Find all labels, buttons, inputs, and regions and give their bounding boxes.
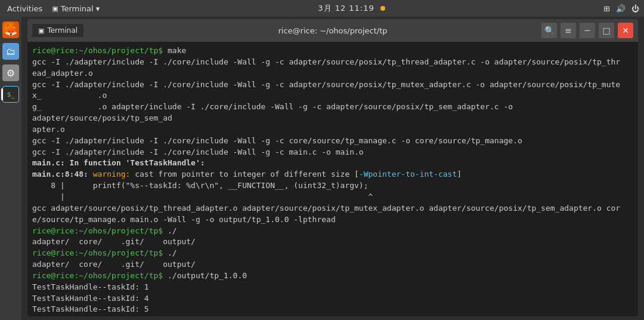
minimize-button[interactable]: ─ (580, 23, 595, 38)
system-bar-left: Activities ▣ Terminal ▾ (5, 3, 100, 14)
terminal-line: TestTaskHandle--taskId: 5 (32, 304, 633, 315)
tab-label: Terminal (47, 26, 78, 35)
sidebar-icon-settings[interactable]: ⚙ (2, 64, 19, 81)
terminal-line: ead_adapter.o (32, 68, 633, 79)
system-bar: Activities ▣ Terminal ▾ 3月 12 11:19 ⊞ 🔊 … (0, 0, 644, 17)
terminal-menu-label: Terminal (61, 4, 94, 13)
terminal-line: adapter/ core/ .git/ output/ (32, 259, 633, 270)
sidebar-icon-terminal[interactable]: $_ (2, 86, 19, 103)
menu-button[interactable]: ≡ (561, 23, 576, 38)
volume-icon: 🔊 (616, 4, 626, 13)
terminal-line: gcc -I ./adapter/include -I ./core/inclu… (32, 57, 633, 68)
terminal-line: rice@rice:~/ohos/project/tp$ ./output/tp… (32, 270, 633, 282)
terminal-output: rice@rice:~/ohos/project/tp$ make gcc -I… (32, 45, 633, 316)
terminal-line: rice@rice:~/ohos/project/tp$ ./ (32, 248, 633, 259)
terminal-line: gcc -I ./adapter/include -I ./core/inclu… (32, 79, 633, 91)
status-indicator (380, 6, 385, 11)
terminal-line: x_ .o (32, 90, 633, 101)
power-icon: ⏻ (631, 4, 639, 13)
terminal-line: adapter/ core/ .git/ output/ (32, 236, 633, 248)
maximize-button[interactable]: □ (599, 23, 614, 38)
terminal-line: TestTaskHandle--taskId: 6 (32, 315, 633, 316)
window-title: rice@rice: ~/ohos/project/tp (278, 26, 387, 35)
activities-button[interactable]: Activities (5, 3, 45, 14)
network-icon: ⊞ (603, 4, 610, 13)
terminal-line: gcc adapter/source/posix/tp_thread_adapt… (32, 203, 633, 214)
titlebar-left: ▣ Terminal (32, 24, 83, 37)
system-bar-right: ⊞ 🔊 ⏻ (603, 4, 639, 13)
terminal-menu[interactable]: ▣ Terminal ▾ (52, 4, 100, 13)
terminal-line: apter.o (32, 124, 633, 136)
terminal-tab[interactable]: ▣ Terminal (32, 24, 83, 37)
terminal-line: e/source/tp_manage.o main.o -Wall -g -o … (32, 214, 633, 226)
search-button[interactable]: 🔍 (541, 23, 557, 38)
terminal-line-warning: main.c:8:48: warning: cast from pointer … (32, 169, 633, 180)
terminal-line: gcc -I ./adapter/include -I ./core/inclu… (32, 147, 633, 158)
terminal-line: rice@rice:~/ohos/project/tp$ make (32, 45, 633, 57)
terminal-line: main.c: In function 'TestTaskHandle': (32, 158, 633, 169)
titlebar-right: 🔍 ≡ ─ □ ✕ (541, 23, 633, 38)
terminal-line: 8 | printf("%s--taskId: %d\r\n", __FUNCT… (32, 180, 633, 192)
terminal-line: TestTaskHandle--taskId: 4 (32, 293, 633, 304)
terminal-line: g_ .o adapter/include -I ./core/include … (32, 101, 633, 124)
terminal-line: rice@rice:~/ohos/project/tp$ ./ (32, 226, 633, 237)
terminal-line: gcc -I ./adapter/include -I ./core/inclu… (32, 136, 633, 147)
terminal-line: | ^ (32, 192, 633, 203)
terminal-body[interactable]: rice@rice:~/ohos/project/tp$ make gcc -I… (27, 42, 638, 316)
terminal-window: ▣ Terminal rice@rice: ~/ohos/project/tp … (27, 19, 638, 316)
sidebar: 🦊 🗂 ⚙ $_ (0, 17, 21, 320)
system-datetime: 3月 12 11:19 (318, 3, 385, 14)
sidebar-icon-files[interactable]: 🗂 (2, 43, 19, 60)
menu-arrow-icon: ▾ (96, 4, 100, 13)
sidebar-icon-firefox[interactable]: 🦊 (2, 21, 19, 38)
terminal-line: TestTaskHandle--taskId: 1 (32, 282, 633, 293)
window-titlebar: ▣ Terminal rice@rice: ~/ohos/project/tp … (27, 19, 638, 42)
close-button[interactable]: ✕ (618, 23, 633, 38)
